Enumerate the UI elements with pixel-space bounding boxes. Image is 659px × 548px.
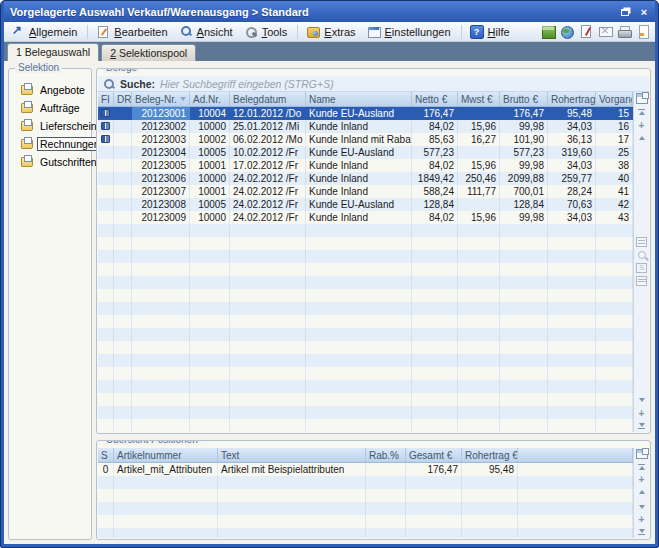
cell-mwst	[458, 250, 500, 263]
scroll-top-button[interactable]	[636, 107, 648, 117]
cell-adnr	[190, 224, 230, 237]
beleg-row[interactable]: 201230051000117.02.2012 /FrKunde Inland8…	[98, 159, 633, 172]
cell-mwst: 15,96	[458, 159, 500, 172]
add-button[interactable]: +	[636, 408, 648, 418]
column-header-text[interactable]: Text	[218, 448, 366, 462]
sum-button[interactable]	[636, 263, 648, 273]
cell-name: Kunde Inland mit Rabatt	[306, 133, 412, 146]
package-icon[interactable]	[541, 25, 555, 38]
beleg-row[interactable]: 201230021000025.01.2012 /MiKunde Inland8…	[98, 120, 633, 133]
zoom-button[interactable]	[636, 250, 648, 260]
cell-s	[98, 502, 114, 515]
menu-item-bearbeiten[interactable]: Bearbeiten	[92, 24, 173, 39]
search-bar[interactable]: Suche: Hier Suchbegriff eingeben (STRG+S…	[98, 76, 649, 92]
column-header-filler[interactable]	[518, 448, 633, 462]
restore-button[interactable]	[617, 5, 633, 19]
note-icon[interactable]	[636, 25, 650, 38]
cell-rohertrag: 70,63	[548, 198, 596, 211]
scroll-top-button[interactable]	[636, 462, 648, 471]
sidebar-item-gutschriften[interactable]: Gutschriften	[11, 153, 89, 171]
cell-mwst: 15,96	[458, 211, 500, 224]
column-chooser-icon[interactable]	[636, 93, 648, 104]
tab-2-selektionspool[interactable]: 2 Selektionspool	[101, 44, 196, 61]
cell-brutto	[500, 354, 548, 367]
sidebar-item-aufträge[interactable]: Aufträge	[11, 99, 89, 117]
column-header-fi[interactable]: FI	[98, 92, 114, 106]
beleg-row[interactable]: 201230071000124.02.2012 /FrKunde Inland5…	[98, 185, 633, 198]
column-header-vorgang[interactable]: Vorgang	[596, 92, 633, 106]
cell-fi	[98, 302, 114, 315]
cell-brutto: 128,84	[500, 198, 548, 211]
scroll-up-button[interactable]	[636, 487, 648, 496]
cell-rohertrag	[548, 367, 596, 380]
column-header-mwst[interactable]: Mwst €	[458, 92, 500, 106]
cell-belegnr	[132, 341, 190, 354]
column-header-datum[interactable]: Belegdatum	[230, 92, 306, 106]
column-header-netto[interactable]: Netto €	[412, 92, 458, 106]
tab-1-belegauswahl[interactable]: 1 Belegauswahl	[7, 43, 99, 61]
empty-row	[98, 276, 633, 289]
position-row[interactable]: 0Artikel_mit_AttributenArtikel mit Beisp…	[98, 463, 633, 476]
sidebar-item-lieferscheine[interactable]: Lieferscheine	[11, 117, 89, 135]
sum-icon	[636, 263, 647, 273]
beleg-row[interactable]: 201230041000510.02.2012 /FrKunde EU-Ausl…	[98, 146, 633, 159]
close-button[interactable]: ×	[636, 5, 652, 19]
menubar-separator	[87, 25, 88, 39]
menu-item-einstellungen[interactable]: Einstellungen	[363, 24, 457, 39]
column-header-rohertrag[interactable]: Rohertrag €	[548, 92, 596, 106]
cell-s	[98, 515, 114, 528]
scroll-down-button[interactable]	[636, 503, 648, 512]
globe-icon[interactable]	[560, 25, 574, 38]
column-header-name[interactable]: Name	[306, 92, 412, 106]
beleg-row[interactable]: 201230081000524.02.2012 /FrKunde EU-Ausl…	[98, 198, 633, 211]
column-header-s[interactable]: S	[98, 448, 114, 462]
cell-vorgang	[596, 419, 633, 432]
cell-dr	[114, 120, 132, 133]
column-header-artikelnummer[interactable]: Artikelnummer	[114, 448, 218, 462]
filter-button[interactable]	[636, 276, 648, 286]
mail-icon[interactable]	[598, 25, 612, 38]
cell-mwst	[458, 354, 500, 367]
scroll-bottom-button[interactable]	[636, 421, 648, 431]
column-chooser-icon[interactable]	[636, 449, 648, 459]
sidebar-item-rechnungen[interactable]: Rechnungen	[11, 135, 89, 153]
column-header-gesamt[interactable]: Gesamt €	[406, 448, 462, 462]
scroll-up-button[interactable]	[636, 133, 648, 143]
column-header-adnr[interactable]: Ad.Nr.	[190, 92, 230, 106]
beleg-row[interactable]: 201230091000024.02.2012 /FrKunde Inland8…	[98, 211, 633, 224]
beleg-row[interactable]: 201230031000206.02.2012 /MoKunde Inland …	[98, 133, 633, 146]
sidebar-item-angebote[interactable]: Angebote	[11, 81, 89, 99]
column-header-rohertrag[interactable]: Rohertrag €	[462, 448, 518, 462]
cell-mwst: 111,77	[458, 185, 500, 198]
column-header-belegnr[interactable]: Beleg-Nr.	[132, 92, 190, 106]
scroll-bottom-button[interactable]	[636, 528, 648, 537]
menu-item-ansicht[interactable]: Ansicht	[175, 24, 239, 39]
empty-row	[98, 380, 633, 393]
menu-item-tools[interactable]: Tools	[240, 24, 294, 39]
menu-item-hilfe[interactable]: Hilfe	[466, 24, 516, 39]
menu-item-allgemein[interactable]: Allgemein	[7, 24, 83, 39]
column-header-brutto[interactable]: Brutto €	[500, 92, 548, 106]
card-view-button[interactable]	[636, 237, 648, 247]
add-button[interactable]: +	[636, 475, 648, 484]
cell-datum: 24.02.2012 /Fr	[230, 198, 306, 211]
add-button[interactable]: +	[636, 515, 648, 524]
menu-item-extras[interactable]: Extras	[302, 24, 361, 39]
column-header-rab[interactable]: Rab.%	[366, 448, 406, 462]
cell-netto: 85,63	[412, 133, 458, 146]
empty-row	[98, 237, 633, 250]
cell-fi	[98, 367, 114, 380]
cell-adnr	[190, 276, 230, 289]
cell-dr	[114, 341, 132, 354]
beleg-row[interactable]: 201230011000412.01.2012 /DoKunde EU-Ausl…	[98, 107, 633, 120]
add-button[interactable]: +	[636, 120, 648, 130]
cell-brutto	[500, 380, 548, 393]
menu-item-label: Ansicht	[197, 26, 233, 38]
cell-rohertrag	[548, 419, 596, 432]
column-header-dr[interactable]: DR	[114, 92, 132, 106]
scroll-down-button[interactable]	[636, 395, 648, 405]
print-icon[interactable]	[617, 25, 631, 38]
document-edit-icon[interactable]	[579, 25, 593, 38]
beleg-row[interactable]: 201230061000024.02.2012 /FrKunde Inland1…	[98, 172, 633, 185]
cell-rab	[366, 528, 406, 538]
